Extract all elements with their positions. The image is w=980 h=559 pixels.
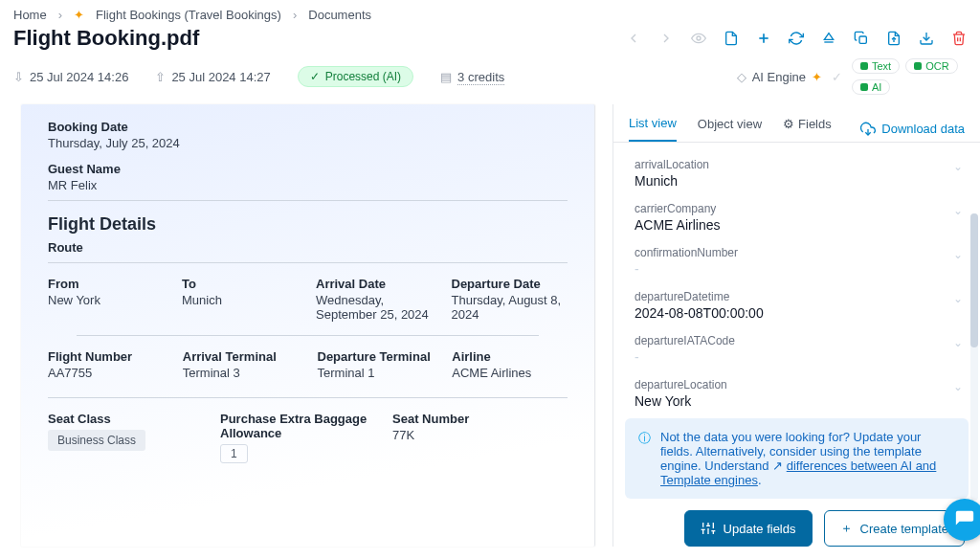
label-arrival-terminal: Arrival Terminal (183, 349, 299, 364)
delete-button[interactable] (951, 31, 967, 46)
prev-doc-button[interactable] (626, 31, 641, 46)
download-mini-icon: ⇩ (13, 70, 24, 84)
value-seat-class: Business Class (48, 430, 145, 451)
chat-icon (954, 509, 975, 530)
field-carrier-company[interactable]: ⌄carrierCompanyACME Airlines (635, 194, 969, 238)
muted-check-icon: ✓ (832, 70, 842, 84)
document-preview: Booking Date Thursday, July 25, 2024 Gue… (21, 104, 595, 547)
field-departure-iata[interactable]: ⌄departureIATACode- (635, 326, 969, 370)
value-to: Munich (182, 293, 297, 307)
field-departure-location[interactable]: ⌄departureLocationNew York (635, 370, 969, 409)
page-title: Flight Booking.pdf (13, 26, 626, 51)
value-guest: MR Felix (48, 178, 568, 192)
cloud-download-icon (860, 122, 876, 137)
engine-icon: ◇ (737, 70, 746, 84)
chevron-down-icon: ⌄ (953, 160, 963, 173)
info-banner: ⓘ Not the data you were looking for? Upd… (625, 418, 969, 499)
svg-marker-3 (824, 34, 833, 40)
layers-icon: ▤ (440, 70, 452, 84)
copy-button[interactable] (854, 31, 869, 46)
export-file-icon[interactable] (886, 31, 902, 46)
tab-fields[interactable]: ⚙Fields (783, 117, 832, 141)
upload-mini-icon: ⇧ (155, 70, 166, 84)
field-departure-datetime[interactable]: ⌄departureDatetime2024-08-08T00:00:00 (635, 282, 969, 326)
label-airline: Airline (452, 349, 568, 364)
label-flight-number: Flight Number (48, 349, 164, 364)
scrollbar-track[interactable] (970, 213, 978, 501)
chevron-down-icon: ⌄ (953, 380, 963, 393)
breadcrumb-documents[interactable]: Documents (308, 8, 371, 22)
modified-at: ⇧25 Jul 2024 14:27 (155, 70, 270, 84)
label-arrival-date: Arrival Date (316, 277, 433, 291)
next-doc-button[interactable] (658, 31, 674, 46)
section-flight-details: Flight Details (48, 214, 568, 235)
label-route: Route (48, 240, 568, 255)
chevron-down-icon: ⌄ (953, 336, 963, 349)
breadcrumb: Home › ✦ Flight Bookings (Travel Booking… (0, 0, 980, 26)
chat-fab[interactable] (944, 499, 980, 541)
plus-icon: ＋ (840, 520, 853, 537)
eject-icon[interactable] (821, 31, 836, 46)
svg-point-0 (697, 36, 701, 40)
chevron-right-icon: › (58, 8, 62, 22)
value-seat-number: 77K (392, 428, 568, 442)
value-from: New York (48, 293, 163, 307)
label-seat-number: Seat Number (392, 412, 568, 426)
field-arrival-location[interactable]: ⌄arrivalLocationMunich (635, 150, 969, 194)
value-booking-date: Thursday, July 25, 2024 (48, 136, 568, 150)
refresh-button[interactable] (789, 31, 804, 46)
scrollbar-thumb[interactable] (970, 213, 978, 347)
check-icon: ✓ (310, 70, 320, 83)
value-arrival-date: Wednesday, September 25, 2024 (316, 293, 433, 322)
label-booking-date: Booking Date (48, 120, 568, 134)
label-to: To (182, 277, 297, 291)
download-button[interactable] (919, 31, 934, 46)
breadcrumb-folder[interactable]: Flight Bookings (Travel Bookings) (96, 8, 281, 22)
sliders-icon (701, 521, 716, 536)
label-departure-terminal: Departure Terminal (318, 349, 434, 364)
field-confirmation-number[interactable]: ⌄confirmationNumber- (635, 238, 969, 282)
value-arrival-terminal: Terminal 3 (183, 366, 299, 380)
document-icon[interactable] (724, 31, 739, 46)
label-seat-class: Seat Class (48, 412, 201, 426)
tab-object-view[interactable]: Object view (698, 117, 762, 141)
chevron-down-icon: ⌄ (953, 292, 963, 305)
add-button[interactable] (756, 31, 771, 46)
sparkle-icon: ✦ (812, 70, 822, 84)
label-departure-date: Departure Date (452, 277, 568, 291)
svg-rect-5 (859, 36, 866, 43)
chip-text: Text (852, 58, 900, 74)
chip-ai: AI (852, 79, 890, 95)
created-at: ⇩25 Jul 2024 14:26 (13, 70, 128, 84)
credits-info[interactable]: ▤3 credits (440, 70, 504, 84)
chip-ocr: OCR (905, 58, 957, 74)
external-link-icon: ↗ (772, 458, 783, 473)
download-data-link[interactable]: Download data (860, 122, 965, 137)
breadcrumb-home[interactable]: Home (13, 8, 47, 22)
label-from: From (48, 277, 163, 291)
sliders-icon: ⚙ (783, 117, 794, 131)
value-baggage: 1 (220, 444, 248, 463)
chevron-right-icon: › (293, 8, 297, 22)
chevron-down-icon: ⌄ (953, 204, 963, 217)
visibility-icon[interactable] (691, 31, 706, 46)
value-departure-date: Thursday, August 8, 2024 (452, 293, 568, 322)
status-badge: ✓Processed (AI) (298, 66, 413, 87)
label-baggage: Purchase Extra Baggage Allowance (220, 412, 373, 440)
info-icon: ⓘ (638, 430, 651, 487)
tab-list-view[interactable]: List view (629, 116, 677, 142)
label-guest: Guest Name (48, 162, 568, 176)
value-departure-terminal: Terminal 1 (318, 366, 434, 380)
value-airline: ACME Airlines (452, 366, 568, 380)
value-flight-number: AA7755 (48, 366, 164, 380)
engine-label: ◇AI Engine✦ (737, 70, 822, 84)
chevron-down-icon: ⌄ (953, 248, 963, 261)
extracted-fields-list[interactable]: ⌄arrivalLocationMunich ⌄carrierCompanyAC… (613, 143, 980, 409)
sparkle-icon: ✦ (74, 8, 84, 22)
update-fields-button[interactable]: Update fields (684, 510, 813, 547)
